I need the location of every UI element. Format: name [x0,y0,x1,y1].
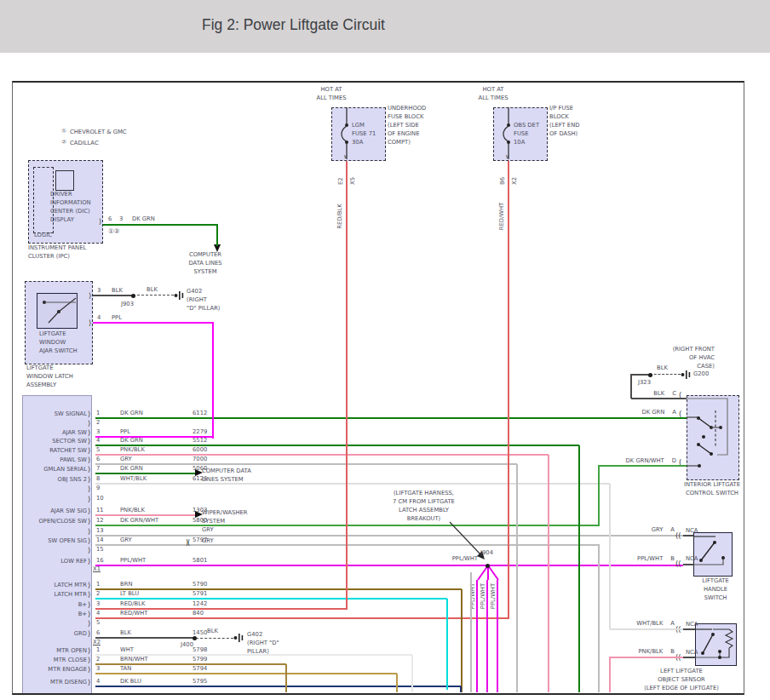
splice-j323-label: J323 [638,379,651,387]
wire-segment [609,484,611,629]
wire-segment [461,589,463,692]
ground-g402-label: G402 (RIGHT "D" PILLAR) [187,288,221,313]
handle-switch-caption: LIFTGATE HANDLE SWITCH [690,577,741,603]
connector-pin-bracket: ⟩ [88,600,90,609]
connector-pin-bracket: ⟩ [88,456,90,464]
figure-title: Fig 2: Power Liftgate Circuit [202,16,385,34]
wiring-diagram: ① CHEVROLET & GMC ② CADILLAC DRIVER INFO… [12,81,744,695]
connector-pin-name: SW SIGNAL [24,410,87,419]
page: Fig 2: Power Liftgate Circuit ① CHEVROLE… [0,0,770,700]
wire-segment [683,657,695,658]
ground-icon [174,290,186,301]
wire-segment [486,580,488,692]
dic-display-label: DRIVER INFORMATION CENTER (DIC) DISPLAY [50,191,101,225]
connector-pin-name: RATCHET SW [24,447,87,456]
connector-pin-bracket: ⟩ [88,629,90,638]
g200-location: (RIGHT FRONT OF HVAC CASE) [629,346,715,371]
ground-g402b-label: G402 (RIGHT "D" PILLAR) [247,631,279,657]
wire-segment [93,322,214,324]
connector-pin-name: OBJ SNS 2 [24,476,87,485]
splice-dot [486,564,490,568]
wire-segment [346,161,348,610]
wire-segment [683,535,693,536]
wire-segment [446,599,448,690]
fuse1-name: LGM FUSE 71 30A [352,122,376,147]
ipc-pin-3: 3 [119,215,123,224]
pplwht-junction-label: PPL/WHT [428,555,478,564]
splice-j904-label: J904 [480,549,493,558]
wire-segment [93,295,133,296]
connector-pin-name: MTR ENGAGE [24,666,87,674]
ipc-caption: INSTRUMENT PANEL CLUSTER (IPC) [28,244,86,261]
wire-segment [95,565,683,566]
connector-pin-name: MTR DISENG [24,679,87,687]
wire-segment [95,473,195,474]
grd-wire-label: BLK [207,628,218,636]
wire-segment [516,464,518,692]
handle-switch-symbol [693,532,731,575]
wire-segment [411,655,413,692]
wire-segment [196,638,233,639]
wire-segment [396,674,398,692]
connector-pin-name: AJAR SW SIG [24,508,87,516]
legend-num-1: ① [61,128,66,136]
ipc-logic-label: LOGIC [34,232,52,240]
wire-segment [650,374,681,375]
ipc-pin-bracket: ⟩ [99,217,101,226]
wire-segment [598,465,600,526]
gry-label-pin13: GRY [202,526,214,535]
connector-pin-bracket: ⟩ [88,678,90,686]
fuse2-wire-label: RED/WHT [498,192,507,240]
inline-connector-icon: )( [186,539,189,547]
connector-pin-bracket: ⟩ [88,527,90,536]
wire-segment [95,483,610,485]
ground-icon [681,370,692,380]
dic-display-icon [55,170,74,191]
wire-segment [95,686,461,687]
fuse1-wire-label: RED/BLK [336,192,345,240]
connector-pin-name: SW OPEN SIG [24,537,87,546]
ipc-wire-label: DK GRN [132,215,155,224]
connector-pin-bracket: ⟩ [88,590,90,599]
legend-item-cadillac: CADILLAC [70,140,99,148]
connector-pin-name: LATCH MTR [24,582,87,590]
wire-segment [598,465,687,467]
connector-pin-bracket: ⟩ [88,656,90,664]
wire-segment [460,686,462,692]
connector-pin-bracket: ⟩ [88,619,90,628]
wire-segment [476,580,478,692]
connector-section-label: X1 [93,565,101,574]
wire-segment [95,445,579,446]
connector-pin-number: 15 [96,546,104,554]
wire-segment [103,224,218,226]
connector-pin-bracket: ⟩ [88,557,90,565]
wiper-washer-note: WIPER/WASHER SYSTEM [202,509,248,526]
ipc-dest-label: COMPUTER DATA LINES SYSTEM [180,251,231,277]
wire-segment [133,295,174,295]
fuse2-connector-id: X2 [511,164,520,185]
connector-pin-name: MTR CLOSE [24,657,87,665]
connector-pin-name: AJAR SW [24,429,87,438]
connector-pin-name: LATCH MTR [24,591,87,600]
wire-segment [610,628,683,630]
pin-a-label: DK GRNA [600,409,676,417]
wire-segment [683,628,695,630]
ajar-pin4-bracket: ⟩ [89,318,91,327]
connector-pin-name: GRD [24,630,87,639]
wire-segment [95,525,600,526]
wire-segment [630,374,632,399]
connector-pin-bracket: ⟩ [88,610,90,618]
title-bar: Fig 2: Power Liftgate Circuit [0,0,770,53]
wire-segment [95,463,517,465]
connector-pin-bracket: ⟩ [88,465,90,473]
wire-segment [508,161,509,619]
wire-segment [470,572,472,692]
connector-pin-name: GMLAN SERIAL [24,466,87,474]
fuse1-exit-bracket: ∨ [343,153,348,160]
wire-segment [95,588,462,590]
fuse2-name: OBS DET FUSE 10A [514,122,539,147]
computer-data-note: COMPUTER DATA LINES SYSTEM [202,468,251,485]
wire-segment [95,454,549,456]
interior-switch-caption: INTERIOR LIFTGATE CONTROL SWITCH [673,481,744,498]
ajar-switch-label: LIFTGATE WINDOW AJAR SWITCH [39,330,78,356]
